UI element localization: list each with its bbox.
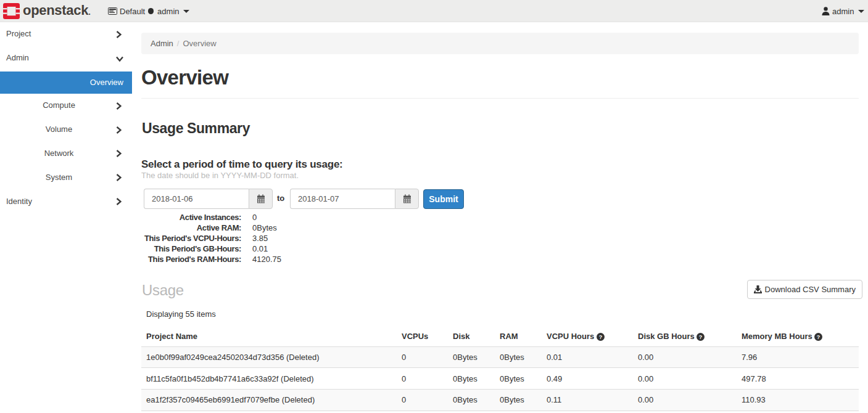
svg-text:?: ? [599,333,603,340]
svg-text:?: ? [817,333,820,340]
svg-text:?: ? [699,333,703,340]
